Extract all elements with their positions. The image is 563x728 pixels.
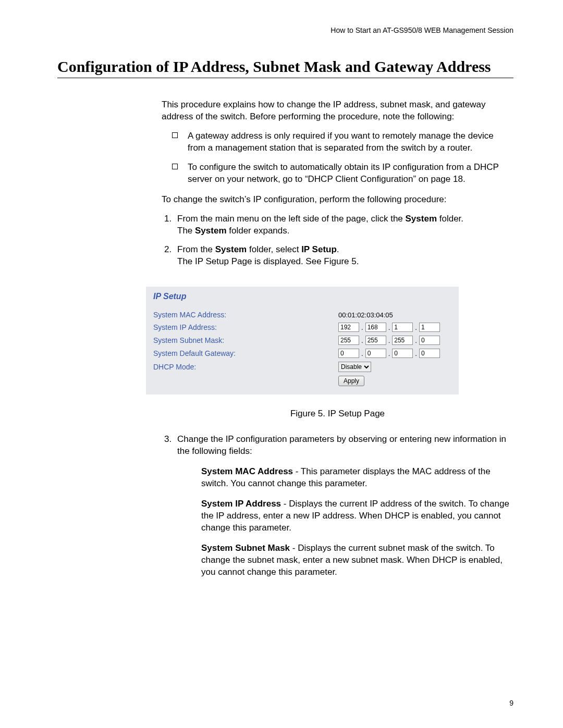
square-bullet-icon <box>172 132 178 138</box>
panel-title: IP Setup <box>153 292 451 301</box>
after-figure: Figure 5. IP Setup Page Change the IP co… <box>162 408 513 578</box>
figure-ip-setup: IP Setup System MAC Address: 00:01:02:03… <box>146 287 459 394</box>
gw-octet-1[interactable] <box>338 349 359 358</box>
step-text: From the main menu on the left side of t… <box>177 214 406 224</box>
dot-icon: . <box>388 324 390 331</box>
label-ip: System IP Address: <box>153 323 338 331</box>
lead-paragraph: To change the switch’s IP configuration,… <box>162 194 513 206</box>
step-bold: System <box>215 244 247 254</box>
title-rule <box>57 78 513 78</box>
dot-icon: . <box>388 350 390 357</box>
gw-octet-2[interactable] <box>365 349 386 358</box>
step-text: folder. <box>437 214 463 224</box>
running-head: How to Start an AT-GS950/8 WEB Managemen… <box>57 26 513 34</box>
step-3: Change the IP configuration parameters b… <box>174 434 513 578</box>
note-text: A gateway address is only required if yo… <box>188 131 494 153</box>
page: How to Start an AT-GS950/8 WEB Managemen… <box>0 0 563 728</box>
square-bullet-icon <box>172 164 178 169</box>
notes-list: A gateway address is only required if yo… <box>162 130 513 186</box>
ip-octet-4[interactable] <box>419 323 440 332</box>
step-sub: The IP Setup Page is displayed. See Figu… <box>177 256 359 266</box>
label-dhcp: DHCP Mode: <box>153 363 338 371</box>
step-bold: System <box>195 226 226 236</box>
dot-icon: . <box>361 324 363 331</box>
ip-octet-3[interactable] <box>392 323 413 332</box>
ip-octet-2[interactable] <box>365 323 386 332</box>
step-sub: The <box>177 226 195 236</box>
step-2: From the System folder, select IP Setup.… <box>174 244 513 268</box>
intro-paragraph: This procedure explains how to change th… <box>162 99 513 123</box>
dot-icon: . <box>415 324 417 331</box>
step-text: folder, select <box>247 244 301 254</box>
step-bold: System <box>406 214 437 224</box>
param-mac: System MAC Address - This parameter disp… <box>201 466 513 490</box>
note-item: To configure the switch to automatically… <box>162 162 513 186</box>
gw-octet-3[interactable] <box>392 349 413 358</box>
step-sub: folder expands. <box>227 226 290 236</box>
step-text: From the <box>177 244 215 254</box>
steps-list: From the main menu on the left side of t… <box>162 213 513 268</box>
apply-button[interactable]: Apply <box>338 376 364 386</box>
dot-icon: . <box>361 350 363 357</box>
step-text: Change the IP configuration parameters b… <box>177 434 506 456</box>
apply-wrap: Apply <box>338 376 451 386</box>
param-ip: System IP Address - Displays the current… <box>201 498 513 534</box>
ip-octet-1[interactable] <box>338 323 359 332</box>
row-mask: System Subnet Mask: . . . <box>153 336 451 345</box>
row-ip: System IP Address: . . . <box>153 323 451 332</box>
dot-icon: . <box>388 337 390 344</box>
mask-octet-4[interactable] <box>419 336 440 345</box>
dot-icon: . <box>415 350 417 357</box>
dhcp-mode-select[interactable]: Disable <box>338 362 371 372</box>
dot-icon: . <box>361 337 363 344</box>
body-block: This procedure explains how to change th… <box>162 99 513 268</box>
figure-caption: Figure 5. IP Setup Page <box>162 408 513 420</box>
step-1: From the main menu on the left side of t… <box>174 213 513 237</box>
label-mac: System MAC Address: <box>153 311 338 319</box>
param-bold: System Subnet Mask <box>201 543 290 553</box>
row-mac: System MAC Address: 00:01:02:03:04:05 <box>153 311 451 319</box>
row-gateway: System Default Gateway: . . . <box>153 349 451 358</box>
page-title: Configuration of IP Address, Subnet Mask… <box>57 58 513 76</box>
mask-octet-1[interactable] <box>338 336 359 345</box>
mask-octet-2[interactable] <box>365 336 386 345</box>
ip-setup-panel: IP Setup System MAC Address: 00:01:02:03… <box>146 287 459 394</box>
param-bold: System MAC Address <box>201 466 293 476</box>
step-text: . <box>337 244 339 254</box>
mask-octets: . . . <box>338 336 440 345</box>
label-gateway: System Default Gateway: <box>153 349 338 357</box>
param-mask: System Subnet Mask - Displays the curren… <box>201 542 513 578</box>
mac-value: 00:01:02:03:04:05 <box>338 311 393 319</box>
row-dhcp: DHCP Mode: Disable <box>153 362 451 372</box>
gateway-octets: . . . <box>338 349 440 358</box>
step-bold: IP Setup <box>301 244 337 254</box>
page-number: 9 <box>509 699 513 707</box>
note-item: A gateway address is only required if yo… <box>162 130 513 154</box>
param-block: System MAC Address - This parameter disp… <box>201 466 513 578</box>
gw-octet-4[interactable] <box>419 349 440 358</box>
dot-icon: . <box>415 337 417 344</box>
param-bold: System IP Address <box>201 499 281 509</box>
mask-octet-3[interactable] <box>392 336 413 345</box>
steps-list-continued: Change the IP configuration parameters b… <box>162 434 513 578</box>
label-mask: System Subnet Mask: <box>153 336 338 344</box>
ip-octets: . . . <box>338 323 440 332</box>
note-text: To configure the switch to automatically… <box>188 162 499 184</box>
